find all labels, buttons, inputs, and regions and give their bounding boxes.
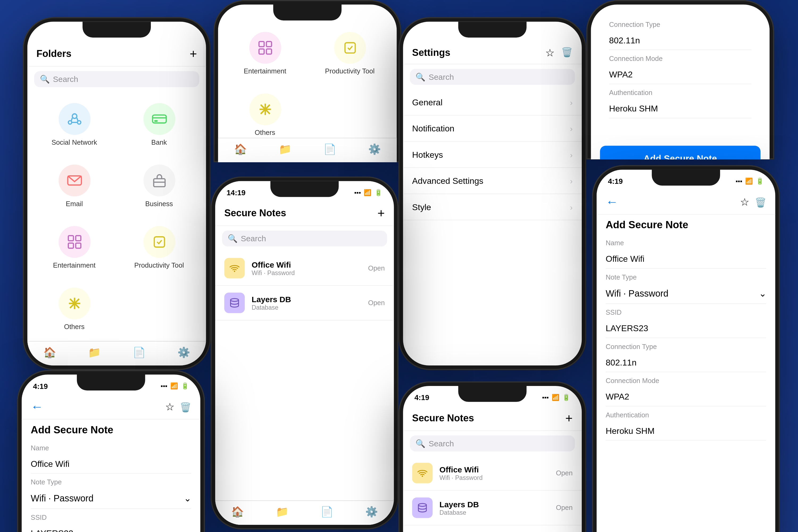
- battery-icon: 🔋: [375, 189, 382, 196]
- tab-home[interactable]: 🏠: [43, 346, 56, 359]
- star-icon-8[interactable]: ☆: [740, 196, 749, 208]
- tab-note-5[interactable]: 📄: [321, 506, 333, 518]
- folder-email[interactable]: Email: [34, 158, 114, 215]
- svg-point-30: [234, 270, 235, 272]
- back-btn-6[interactable]: ←: [31, 400, 43, 414]
- phone-8: 4:19 ▪▪▪ 📶 🔋 ← ☆ 🗑️ Add Secure Note Name…: [592, 165, 780, 532]
- folder-others[interactable]: Others: [34, 281, 114, 338]
- battery-icon-6: 🔋: [181, 382, 189, 390]
- star-icon-6[interactable]: ☆: [165, 401, 174, 413]
- folder-productivity[interactable]: Productivity Tool: [119, 219, 199, 276]
- folder-label-productivity: Productivity Tool: [134, 261, 184, 269]
- tab-settings-2[interactable]: ⚙️: [368, 143, 381, 155]
- tab-bar-1: 🏠 📁 📄 ⚙️: [27, 341, 206, 365]
- tab-note-2[interactable]: 📄: [323, 143, 336, 155]
- layers-db-action[interactable]: Open: [368, 299, 385, 307]
- trash-icon[interactable]: 🗑️: [561, 46, 573, 59]
- chevron-down-icon-8: ⌄: [759, 288, 766, 299]
- add-secure-note-btn-4[interactable]: Add Secure Note: [600, 146, 760, 159]
- tab-folder-2[interactable]: 📁: [279, 143, 291, 155]
- folder-business[interactable]: Business: [119, 158, 199, 215]
- secure-notes-nav-7: Secure Notes +: [403, 406, 582, 431]
- name-label-6: Name: [31, 444, 191, 452]
- folder-entertainment[interactable]: Entertainment: [34, 219, 114, 276]
- note-type-label-8: Note Type: [606, 273, 766, 281]
- signal-icon-7: ▪▪▪: [542, 394, 549, 401]
- folder-others-2[interactable]: Others: [225, 87, 305, 138]
- svg-line-4: [77, 118, 78, 121]
- folder-social-network[interactable]: Social Network: [34, 96, 114, 153]
- tab-folder-5[interactable]: 📁: [276, 506, 288, 518]
- secure-notes-nav: Secure Notes +: [215, 202, 394, 226]
- settings-general[interactable]: General ›: [403, 89, 582, 115]
- name-value-8[interactable]: Office Wifi: [606, 249, 766, 269]
- secure-notes-search-7[interactable]: 🔍 Search: [410, 435, 575, 451]
- layers-db-sub: Database: [252, 304, 361, 311]
- chevron-general: ›: [570, 98, 573, 107]
- auth-value-8[interactable]: Heroku SHM: [606, 421, 766, 441]
- add-note-heading-6: Add Secure Note: [31, 424, 191, 436]
- secure-notes-screen-2: 4:19 ▪▪▪ 📶 🔋 Secure Notes + 🔍 Search: [403, 386, 582, 532]
- note-type-value-6: Wifi · Password: [31, 493, 94, 504]
- nav-icons: +: [190, 46, 197, 61]
- ssid-value-6[interactable]: LAYERS23: [31, 524, 191, 532]
- auth-label-8: Authentication: [606, 411, 766, 419]
- ssid-value-8[interactable]: LAYERS23: [606, 319, 766, 338]
- authentication-value: Heroku SHM: [609, 99, 752, 118]
- tab-home-5[interactable]: 🏠: [231, 506, 244, 518]
- office-wifi-item-7[interactable]: Office Wifi Wifi · Password Open: [403, 456, 582, 491]
- plus-icon-5[interactable]: +: [377, 206, 385, 221]
- svg-rect-15: [76, 243, 81, 248]
- settings-style[interactable]: Style ›: [403, 194, 582, 220]
- folder-entertainment-2[interactable]: Entertainment: [225, 25, 305, 82]
- settings-hotkeys[interactable]: Hotkeys ›: [403, 142, 582, 168]
- layers-db-action-7[interactable]: Open: [556, 504, 573, 512]
- layers-db-item[interactable]: Layers DB Database Open: [215, 286, 394, 321]
- search-icon-5: 🔍: [228, 234, 237, 243]
- layers-db-title: Layers DB: [252, 295, 361, 304]
- tab-bar-5: 🏠 📁 📄 ⚙️: [215, 500, 394, 525]
- settings-search[interactable]: 🔍 Search: [410, 69, 575, 85]
- svg-rect-16: [154, 237, 165, 247]
- name-value-6[interactable]: Office Wifi: [31, 454, 191, 474]
- folders-search[interactable]: 🔍 Search: [34, 71, 199, 87]
- battery-icon-8: 🔋: [756, 177, 764, 185]
- office-wifi-action-7[interactable]: Open: [556, 469, 573, 477]
- layers-db-item-7[interactable]: Layers DB Database Open: [403, 491, 582, 526]
- office-wifi-action[interactable]: Open: [368, 264, 385, 272]
- settings-title: Settings: [412, 48, 450, 59]
- settings-notification[interactable]: Notification ›: [403, 115, 582, 141]
- tab-bar-2: 🏠 📁 📄 ⚙️: [218, 138, 397, 162]
- note-type-select-6[interactable]: Wifi · Password ⌄: [31, 488, 191, 509]
- tab-note[interactable]: 📄: [133, 346, 145, 359]
- settings-advanced[interactable]: Advanced Settings ›: [403, 168, 582, 194]
- trash-icon-8[interactable]: 🗑️: [755, 196, 766, 208]
- notch-1: [82, 22, 151, 38]
- back-btn-8[interactable]: ←: [606, 195, 618, 210]
- folders-screen: Folders + 🔍 Search Social Network: [27, 22, 206, 365]
- connection-type-value: 802.11n: [609, 31, 752, 50]
- folder-bank[interactable]: Bank: [119, 96, 199, 153]
- trash-icon-6[interactable]: 🗑️: [180, 402, 191, 413]
- office-wifi-item[interactable]: Office Wifi Wifi · Password Open: [215, 251, 394, 286]
- tab-folder[interactable]: 📁: [88, 346, 100, 359]
- svg-rect-21: [259, 41, 264, 46]
- add-note-heading-8: Add Secure Note: [606, 219, 766, 231]
- star-icon[interactable]: ☆: [545, 46, 554, 59]
- secure-notes-search[interactable]: 🔍 Search: [222, 231, 387, 247]
- tab-settings[interactable]: ⚙️: [177, 346, 190, 359]
- tab-settings-5[interactable]: ⚙️: [365, 506, 378, 518]
- plus-icon[interactable]: +: [190, 46, 197, 61]
- layers-db-title-7: Layers DB: [439, 500, 549, 509]
- tab-home-2[interactable]: 🏠: [234, 143, 247, 155]
- secure-notes-search-ph: Search: [241, 234, 381, 243]
- folder-label-social: Social Network: [52, 138, 97, 146]
- conn-type-value-8[interactable]: 802.11n: [606, 353, 766, 373]
- conn-mode-value-8[interactable]: WPA2: [606, 387, 766, 406]
- folder-productivity-2[interactable]: Productivity Tool: [310, 25, 390, 82]
- plus-icon-7[interactable]: +: [565, 411, 573, 426]
- wifi-status-icon: 📶: [364, 189, 372, 196]
- settings-search-placeholder: Search: [429, 72, 569, 81]
- office-wifi-sub: Wifi · Password: [252, 269, 361, 276]
- note-type-select-8[interactable]: Wifi · Password ⌄: [606, 284, 766, 304]
